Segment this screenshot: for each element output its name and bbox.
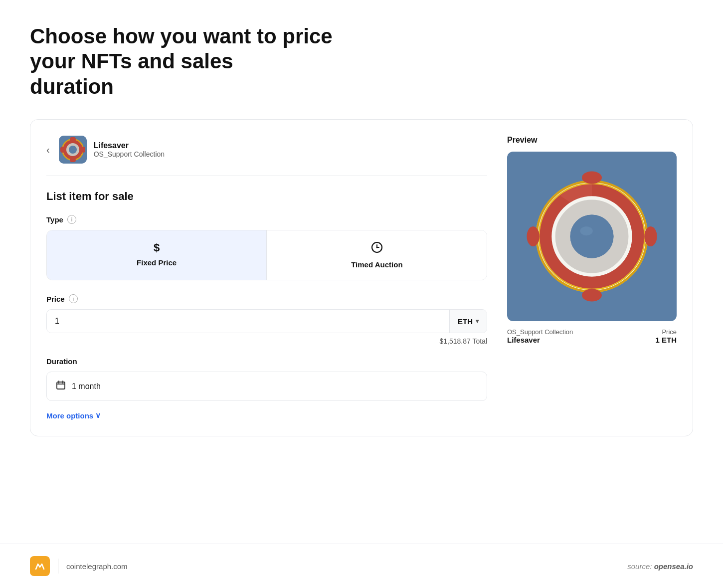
timed-auction-option[interactable]: Timed Auction bbox=[267, 230, 487, 280]
duration-field[interactable]: 1 month bbox=[46, 372, 487, 401]
price-input-row: ETH ▾ bbox=[46, 309, 487, 333]
price-info-icon[interactable]: i bbox=[69, 294, 78, 303]
price-field-wrapper: ETH ▾ bbox=[46, 309, 487, 333]
type-field-label: Type i bbox=[46, 215, 487, 224]
timed-auction-icon bbox=[371, 241, 383, 256]
svg-point-20 bbox=[582, 289, 602, 301]
footer-divider bbox=[58, 559, 58, 574]
item-info: Lifesaver OS_Support Collection bbox=[94, 141, 165, 158]
footer-source: source: opensea.io bbox=[627, 562, 693, 571]
footer: cointelegraph.com source: opensea.io bbox=[0, 544, 723, 588]
price-total: $1,518.87 Total bbox=[46, 337, 487, 345]
svg-point-21 bbox=[527, 226, 539, 246]
currency-chevron-icon: ▾ bbox=[476, 318, 479, 325]
price-input[interactable] bbox=[47, 310, 449, 333]
svg-point-19 bbox=[582, 172, 602, 184]
type-info-icon[interactable]: i bbox=[67, 215, 76, 224]
page-title: Choose how you want to price your NFTs a… bbox=[30, 24, 379, 99]
preview-collection: OS_Support Collection bbox=[507, 328, 573, 336]
svg-point-22 bbox=[644, 226, 657, 246]
svg-point-3 bbox=[69, 146, 77, 154]
preview-price-value: 1 ETH bbox=[655, 336, 677, 344]
svg-point-24 bbox=[580, 226, 592, 235]
preview-left-info: OS_Support Collection Lifesaver bbox=[507, 328, 573, 344]
calendar-icon bbox=[56, 380, 66, 392]
svg-rect-7 bbox=[60, 147, 64, 153]
timed-auction-label: Timed Auction bbox=[351, 260, 402, 269]
duration-field-label: Duration bbox=[46, 357, 487, 366]
back-button[interactable]: ‹ bbox=[46, 144, 50, 156]
fixed-price-icon: $ bbox=[154, 241, 160, 254]
preview-right-info: Price 1 ETH bbox=[655, 328, 677, 344]
fixed-price-option[interactable]: $ Fixed Price bbox=[47, 230, 266, 280]
preview-image bbox=[507, 152, 677, 321]
item-collection: OS_Support Collection bbox=[94, 150, 165, 158]
duration-value: 1 month bbox=[72, 382, 101, 391]
svg-rect-5 bbox=[70, 137, 76, 141]
currency-select[interactable]: ETH ▾ bbox=[449, 310, 487, 333]
thumbnail-image bbox=[59, 136, 87, 164]
svg-point-23 bbox=[570, 215, 613, 258]
preview-nft-image bbox=[524, 169, 660, 304]
right-panel: Preview bbox=[507, 136, 677, 420]
more-options-link[interactable]: More options ∨ bbox=[46, 411, 487, 420]
preview-price-label: Price bbox=[655, 328, 677, 336]
footer-site: cointelegraph.com bbox=[66, 562, 128, 571]
svg-rect-11 bbox=[57, 382, 65, 389]
svg-point-10 bbox=[376, 247, 377, 248]
item-name: Lifesaver bbox=[94, 141, 165, 150]
svg-rect-6 bbox=[70, 158, 76, 162]
left-panel: ‹ bbox=[46, 136, 487, 420]
main-card: ‹ bbox=[30, 119, 693, 436]
fixed-price-label: Fixed Price bbox=[137, 258, 177, 267]
price-field-label: Price i bbox=[46, 294, 487, 303]
preview-name: Lifesaver bbox=[507, 336, 573, 344]
preview-title: Preview bbox=[507, 136, 677, 145]
more-options-chevron-icon: ∨ bbox=[95, 411, 101, 420]
footer-logo bbox=[30, 556, 50, 576]
item-header: ‹ bbox=[46, 136, 487, 176]
section-title: List item for sale bbox=[46, 190, 487, 203]
currency-label: ETH bbox=[458, 317, 473, 326]
item-thumbnail bbox=[59, 136, 87, 164]
type-selector: $ Fixed Price Timed Auction bbox=[46, 230, 487, 280]
preview-nft-info: OS_Support Collection Lifesaver Price 1 … bbox=[507, 328, 677, 344]
svg-rect-8 bbox=[81, 147, 85, 153]
